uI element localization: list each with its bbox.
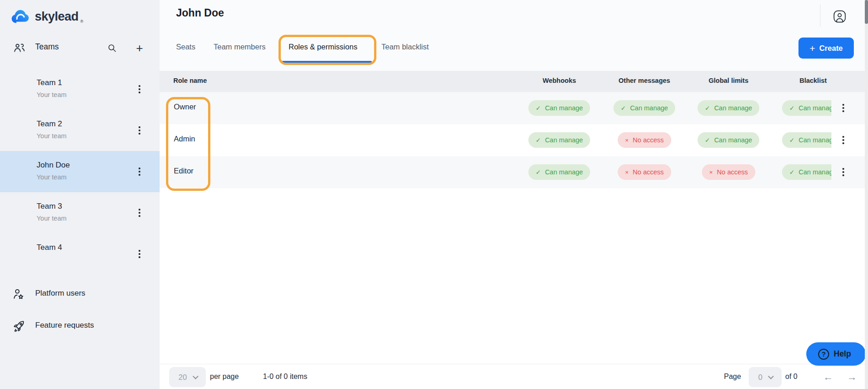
sidebar-item-feature-requests[interactable]: Feature requests — [0, 315, 160, 338]
platform-users-icon — [12, 287, 26, 301]
teams-label: Teams — [35, 42, 59, 52]
cross-icon: × — [625, 169, 629, 176]
add-team-button[interactable]: + — [131, 39, 148, 57]
row-kebab-menu-icon[interactable] — [837, 164, 849, 180]
page-title: John Doe — [176, 7, 224, 19]
vertical-scrollbar[interactable] — [865, 0, 868, 389]
check-icon: ✓ — [705, 104, 710, 112]
rocket-icon — [12, 319, 26, 333]
teams-group-icon — [12, 41, 26, 55]
check-icon: ✓ — [705, 136, 710, 144]
webhooks-cell: ✓Can manage — [528, 132, 590, 148]
check-icon: ✓ — [536, 136, 541, 144]
column-webhooks: Webhooks — [542, 77, 576, 84]
column-blacklist: Blacklist — [799, 77, 827, 84]
header-divider — [820, 5, 820, 27]
chevron-down-icon — [193, 373, 198, 379]
table-row: Admin ✓Can manage ×No access ✓Can manage… — [160, 124, 868, 156]
brand-logo[interactable]: skylead ® — [11, 6, 83, 27]
sidebar-team-item[interactable]: Team 3 Your team — [0, 192, 160, 233]
previous-page-arrow-icon[interactable]: ← — [820, 369, 836, 385]
blacklist-cell: ✓Can manage — [782, 164, 831, 180]
profile-icon[interactable] — [832, 9, 847, 24]
blacklist-cell: ✓Can manage — [782, 100, 831, 116]
column-global-limits: Global limits — [708, 77, 748, 84]
scrollbar-thumb[interactable] — [865, 0, 868, 24]
webhooks-cell: ✓Can manage — [528, 164, 590, 180]
sidebar-team-item[interactable]: Team 2 Your team — [0, 110, 160, 151]
table-row: Owner ✓Can manage ✓Can manage ✓Can manag… — [160, 92, 868, 124]
cross-icon: × — [709, 169, 713, 176]
other-messages-cell: ×No access — [618, 164, 671, 180]
column-role-name: Role name — [173, 77, 207, 84]
active-tab-underline — [282, 61, 372, 63]
kebab-menu-icon[interactable] — [134, 205, 145, 221]
check-icon: ✓ — [536, 168, 541, 176]
page-label: Page — [724, 373, 741, 381]
teams-header: Teams + — [0, 36, 160, 60]
sidebar-team-item[interactable]: Team 4 — [0, 233, 160, 275]
status-badge: ✓Can manage — [697, 100, 759, 116]
team-list: Team 1 Your team Team 2 Your team John D… — [0, 69, 160, 275]
main-area: John Doe Seats Team members Roles & perm… — [160, 0, 868, 389]
global-limits-cell: ×No access — [702, 164, 755, 180]
check-icon: ✓ — [621, 104, 626, 112]
check-icon: ✓ — [536, 104, 541, 112]
global-limits-cell: ✓Can manage — [697, 100, 759, 116]
column-other-messages: Other messages — [619, 77, 670, 84]
table-header: Role name Webhooks Other messages Global… — [160, 71, 868, 92]
kebab-menu-icon[interactable] — [134, 246, 145, 262]
kebab-menu-icon[interactable] — [134, 81, 145, 97]
registered-mark: ® — [80, 19, 84, 24]
check-icon: ✓ — [789, 136, 794, 144]
status-badge: ✓Can manage — [528, 132, 590, 148]
cross-icon: × — [625, 137, 629, 144]
status-badge: ✓Can manage — [697, 132, 759, 148]
status-badge: ×No access — [618, 132, 671, 148]
row-kebab-menu-icon[interactable] — [837, 132, 849, 148]
tab-team-blacklist[interactable]: Team blacklist — [381, 43, 429, 55]
page-number-select[interactable]: 0 — [749, 367, 782, 387]
row-kebab-menu-icon[interactable] — [837, 100, 849, 116]
kebab-menu-icon[interactable] — [134, 123, 145, 138]
sidebar-team-item[interactable]: Team 1 Your team — [0, 69, 160, 110]
help-button[interactable]: ? Help — [806, 342, 866, 366]
pagination-bar: 20 per page 1-0 of 0 items Page 0 of 0 ←… — [160, 364, 868, 389]
per-page-label: per page — [210, 373, 239, 381]
status-badge: ×No access — [702, 164, 755, 180]
create-button[interactable]: + Create — [798, 38, 854, 59]
other-messages-cell: ✓Can manage — [613, 100, 675, 116]
app-window: skylead ® Teams + Team 1 Your team Team … — [0, 0, 868, 389]
brand-name: skylead — [35, 10, 79, 24]
next-page-arrow-icon[interactable]: → — [844, 369, 860, 385]
status-badge: ✓Can manage — [528, 100, 590, 116]
question-mark-icon: ? — [818, 349, 829, 360]
sidebar-item-platform-users[interactable]: Platform users — [0, 283, 160, 306]
cloud-logo-icon — [11, 9, 31, 24]
status-badge: ✓Can manage — [528, 164, 590, 180]
items-count-label: 1-0 of 0 items — [263, 373, 307, 381]
status-badge: ✓Can manage — [782, 100, 831, 116]
webhooks-cell: ✓Can manage — [528, 100, 590, 116]
chevron-down-icon — [768, 373, 774, 379]
plus-icon: + — [809, 43, 815, 53]
tab-team-members[interactable]: Team members — [214, 43, 266, 55]
tab-roles-permissions[interactable]: Roles & permissions — [289, 43, 357, 55]
check-icon: ✓ — [789, 104, 794, 112]
table-row: Editor ✓Can manage ×No access ×No access… — [160, 156, 868, 188]
other-messages-cell: ×No access — [618, 132, 671, 148]
sidebar: skylead ® Teams + Team 1 Your team Team … — [0, 0, 160, 389]
of-pages-label: of 0 — [785, 373, 798, 381]
table-body: Owner ✓Can manage ✓Can manage ✓Can manag… — [160, 92, 868, 188]
sidebar-team-item[interactable]: John Doe Your team — [0, 151, 160, 192]
tab-seats[interactable]: Seats — [176, 43, 195, 55]
kebab-menu-icon[interactable] — [134, 164, 145, 179]
blacklist-cell: ✓Can manage — [782, 132, 831, 148]
status-badge: ✓Can manage — [782, 132, 831, 148]
check-icon: ✓ — [789, 168, 794, 176]
search-icon[interactable] — [104, 40, 120, 56]
sidebar-item-label: Platform users — [35, 289, 86, 298]
page-size-select[interactable]: 20 — [169, 367, 206, 387]
header-band — [160, 0, 868, 71]
sidebar-item-label: Feature requests — [35, 321, 94, 330]
